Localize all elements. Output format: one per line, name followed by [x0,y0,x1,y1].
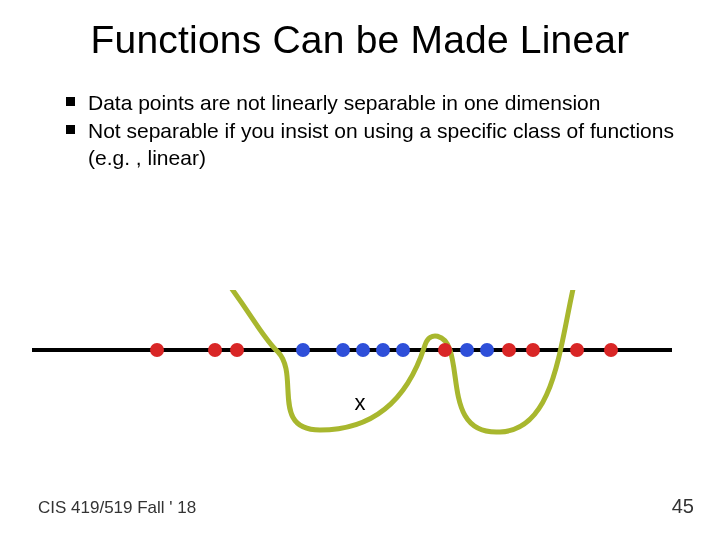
slide-title: Functions Can be Made Linear [40,18,680,62]
data-point-blue [460,343,474,357]
data-point-red [230,343,244,357]
data-point-blue [296,343,310,357]
separating-curve [0,290,720,450]
data-point-blue [396,343,410,357]
bullet-list: Data points are not linearly separable i… [66,90,680,171]
slide-number: 45 [672,495,694,518]
bullet-item: Data points are not linearly separable i… [66,90,680,116]
footer-course: CIS 419/519 Fall ' 18 [38,498,196,518]
data-point-blue [336,343,350,357]
data-point-red [502,343,516,357]
data-point-red [208,343,222,357]
data-point-red [604,343,618,357]
data-point-blue [480,343,494,357]
slide: Functions Can be Made Linear Data points… [0,0,720,540]
data-point-blue [376,343,390,357]
data-point-red [150,343,164,357]
data-point-red [438,343,452,357]
bullet-item: Not separable if you insist on using a s… [66,118,680,171]
data-point-red [570,343,584,357]
data-point-blue [356,343,370,357]
data-point-red [526,343,540,357]
x-axis-label: x [0,390,720,416]
figure: x [0,290,720,450]
